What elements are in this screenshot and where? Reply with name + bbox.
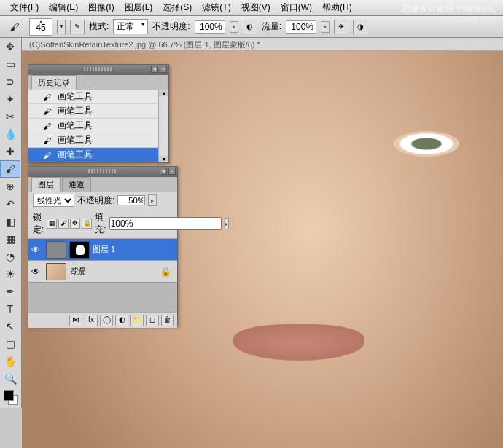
color-swatches[interactable] (4, 390, 18, 405)
menu-edit[interactable]: 编辑(E) (44, 0, 82, 15)
panel-minimize-icon[interactable]: ◂ (151, 66, 158, 73)
lock-pixels-icon[interactable]: 🖌 (58, 219, 69, 229)
layer-fill-arrow[interactable]: ▸ (225, 218, 229, 229)
layer-name[interactable]: 图层 1 (93, 244, 115, 255)
flow-input[interactable]: 100% (286, 20, 316, 34)
current-tool-icon[interactable]: 🖌 (4, 18, 25, 36)
history-tab[interactable]: 历史记录 (31, 75, 77, 90)
menu-help[interactable]: 帮助(H) (318, 0, 356, 15)
blend-mode-select[interactable]: 正常 (113, 19, 148, 34)
history-item[interactable]: 🖌画笔工具 (28, 133, 168, 148)
image-detail (233, 324, 364, 361)
fill-label: 填充: (95, 211, 106, 236)
visibility-icon[interactable]: 👁 (31, 267, 43, 277)
layer-blend-mode-select[interactable]: 线性光 (33, 194, 74, 207)
layer-name[interactable]: 背景 (69, 266, 85, 277)
layer-opacity-arrow[interactable]: ▸ (148, 194, 157, 206)
flow-label: 流量: (262, 20, 281, 33)
brush-panel-toggle[interactable]: ✎ (70, 20, 85, 34)
layer-row[interactable]: 👁 背景 🔒 (28, 261, 177, 283)
heal-tool[interactable]: ✚ (0, 143, 20, 160)
hand-tool[interactable]: ✋ (0, 353, 20, 370)
menu-window[interactable]: 窗口(W) (276, 0, 316, 15)
history-item[interactable]: 🖌画笔工具 (28, 148, 168, 162)
mode-label: 模式: (89, 20, 109, 33)
type-tool[interactable]: T (0, 300, 20, 318)
path-tool[interactable]: ↖ (0, 318, 20, 335)
panel-header[interactable]: ◂ × (28, 167, 177, 177)
eraser-tool[interactable]: ◧ (0, 213, 20, 230)
lasso-tool[interactable]: ⊃ (0, 73, 20, 90)
brush-tool[interactable]: 🖌 (0, 160, 20, 178)
panel-header[interactable]: ◂ × (28, 65, 168, 75)
link-layers-icon[interactable]: ⋈ (69, 315, 82, 326)
history-brush-tool[interactable]: ↶ (0, 195, 20, 213)
crop-tool[interactable]: ✂ (0, 108, 20, 125)
panel-close-icon[interactable]: × (168, 168, 176, 175)
eyedropper-tool[interactable]: 💧 (0, 125, 20, 143)
document-title: (C)SoftenSkinRetainTexture2.jpg @ 66.7% … (0, 38, 503, 51)
history-item[interactable]: 🖌画笔工具 (28, 104, 168, 119)
foreground-color[interactable] (4, 390, 14, 401)
lock-transparency-icon[interactable]: ▦ (47, 219, 57, 229)
toolbox: ✥ ▭ ⊃ ✦ ✂ 💧 ✚ 🖌 ⊕ ↶ ◧ ▦ ◔ ☀ ✒ T ↖ ▢ ✋ 🔍 (0, 38, 22, 408)
menu-view[interactable]: 视图(V) (237, 0, 275, 15)
layers-tab[interactable]: 图层 (31, 177, 61, 192)
options-bar: 🖌 45 ▾ ✎ 模式: 正常 不透明度: 100% ▸ ◐ 流量: 100% … (0, 16, 503, 38)
brush-preset-picker[interactable]: 45 (29, 18, 52, 36)
lock-all-icon[interactable]: 🔒 (82, 219, 92, 229)
layer-thumbnail[interactable] (46, 241, 66, 259)
panel-close-icon[interactable]: × (160, 66, 167, 73)
gradient-tool[interactable]: ▦ (0, 230, 20, 248)
layer-fill-input[interactable] (109, 217, 222, 230)
opacity-input[interactable]: 100% (195, 20, 225, 34)
menu-image[interactable]: 图像(I) (84, 0, 118, 15)
layer-row[interactable]: 👁 图层 1 (28, 239, 177, 261)
layer-thumbnail[interactable] (46, 263, 66, 280)
history-item[interactable]: 🖌画笔工具 (28, 90, 168, 104)
lock-label: 锁定: (33, 211, 44, 236)
menu-layer[interactable]: 图层(L) (120, 0, 157, 15)
stamp-tool[interactable]: ⊕ (0, 178, 20, 195)
menu-select[interactable]: 选择(S) (158, 0, 196, 15)
layers-panel: ◂ × 图层 通道 线性光 不透明度: ▸ 锁定: ▦ 🖌 ✥ 🔒 填充: ▸ … (28, 166, 178, 326)
flow-arrow[interactable]: ▸ (321, 21, 330, 33)
history-item[interactable]: 🖌画笔工具 (28, 119, 168, 133)
shape-tool[interactable]: ▢ (0, 335, 20, 353)
layer-mask-icon[interactable]: ◯ (100, 315, 113, 326)
blur-tool[interactable]: ◔ (0, 248, 20, 265)
layer-list: 👁 图层 1 👁 背景 🔒 (28, 239, 177, 312)
move-tool[interactable]: ✥ (0, 38, 20, 55)
delete-layer-icon[interactable]: 🗑 (161, 315, 174, 326)
new-group-icon[interactable]: 📁 (130, 315, 144, 326)
pressure-size-icon[interactable]: ◑ (353, 20, 367, 34)
layer-opacity-input[interactable] (117, 195, 145, 205)
layer-opacity-label: 不透明度: (77, 194, 114, 207)
visibility-icon[interactable]: 👁 (31, 245, 43, 255)
lock-position-icon[interactable]: ✥ (70, 219, 80, 229)
pressure-opacity-icon[interactable]: ◐ (243, 20, 257, 34)
menu-filter[interactable]: 滤镜(T) (198, 0, 235, 15)
layer-mask-thumbnail[interactable] (69, 241, 90, 259)
menu-file[interactable]: 文件(F) (6, 0, 43, 15)
history-panel: ◂ × 历史记录 🖌画笔工具 🖌画笔工具 🖌画笔工具 🖌画笔工具 🖌画笔工具 (28, 64, 169, 163)
channels-tab[interactable]: 通道 (62, 177, 91, 192)
history-scrollbar[interactable] (158, 90, 168, 162)
brush-size-value: 45 (36, 23, 45, 33)
image-detail (394, 131, 459, 157)
pen-tool[interactable]: ✒ (0, 283, 20, 300)
history-list: 🖌画笔工具 🖌画笔工具 🖌画笔工具 🖌画笔工具 🖌画笔工具 (28, 90, 168, 162)
wand-tool[interactable]: ✦ (0, 90, 20, 108)
adjustment-layer-icon[interactable]: ◐ (115, 315, 128, 326)
opacity-arrow[interactable]: ▸ (230, 21, 238, 33)
panel-minimize-icon[interactable]: ◂ (160, 168, 167, 175)
brush-preset-dropdown[interactable]: ▾ (57, 20, 66, 34)
zoom-tool[interactable]: 🔍 (0, 370, 20, 388)
airbrush-icon[interactable]: ✈ (334, 20, 348, 34)
marquee-tool[interactable]: ▭ (0, 55, 20, 73)
watermark-url: bbs.16xx8.com (442, 15, 496, 23)
dodge-tool[interactable]: ☀ (0, 265, 20, 283)
new-layer-icon[interactable]: ◻ (146, 315, 159, 326)
layer-footer: ⋈ fx ◯ ◐ 📁 ◻ 🗑 (28, 312, 177, 328)
layer-style-icon[interactable]: fx (85, 315, 98, 326)
